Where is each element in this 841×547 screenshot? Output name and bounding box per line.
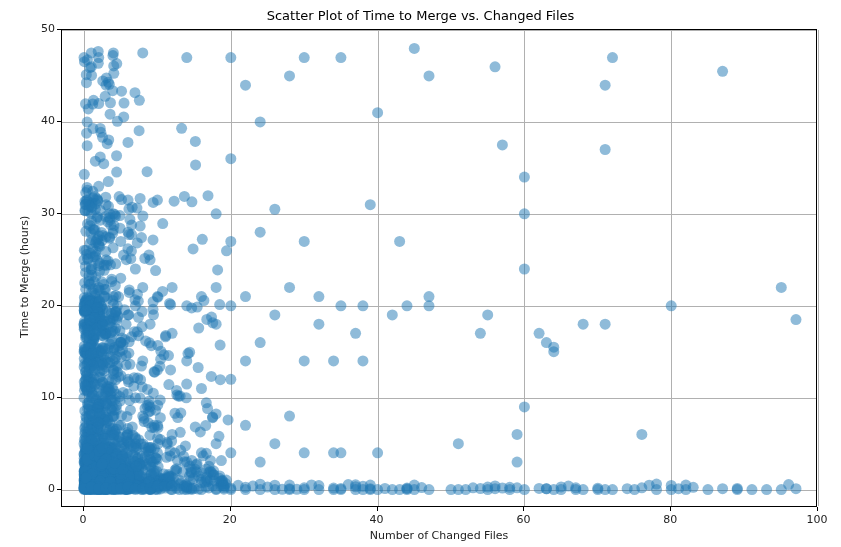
svg-point-2248 [189, 483, 200, 494]
svg-point-1817 [134, 95, 145, 106]
svg-point-1399 [152, 340, 163, 351]
svg-point-168 [401, 300, 412, 311]
svg-point-145 [328, 355, 339, 366]
svg-point-125 [255, 116, 266, 127]
svg-point-865 [150, 265, 161, 276]
x-tick-label: 20 [215, 513, 245, 526]
svg-point-141 [313, 319, 324, 330]
svg-point-2120 [82, 443, 93, 454]
svg-point-2232 [109, 458, 120, 469]
svg-point-997 [137, 306, 148, 317]
y-tick-label: 30 [25, 206, 55, 219]
svg-point-1914 [223, 414, 234, 425]
svg-point-160 [372, 447, 383, 458]
svg-point-137 [299, 355, 310, 366]
svg-point-1663 [213, 431, 224, 442]
svg-point-123 [255, 337, 266, 348]
svg-point-410 [93, 46, 104, 57]
svg-point-189 [512, 457, 523, 468]
svg-point-2191 [104, 384, 115, 395]
svg-point-2161 [90, 237, 101, 248]
svg-point-2024 [201, 397, 212, 408]
svg-point-876 [175, 427, 186, 438]
x-tick [377, 507, 378, 511]
svg-point-1619 [144, 430, 155, 441]
svg-point-142 [313, 291, 324, 302]
svg-point-132 [284, 411, 295, 422]
svg-point-1476 [216, 455, 227, 466]
svg-point-147 [335, 447, 346, 458]
chart-title: Scatter Plot of Time to Merge vs. Change… [0, 8, 841, 23]
svg-point-371 [135, 193, 146, 204]
svg-point-124 [255, 227, 266, 238]
svg-point-178 [453, 438, 464, 449]
svg-point-185 [490, 61, 501, 72]
svg-point-163 [387, 309, 398, 320]
svg-point-128 [269, 309, 280, 320]
svg-point-1530 [82, 140, 93, 151]
svg-point-192 [519, 401, 530, 412]
x-tick-label: 60 [508, 513, 538, 526]
svg-point-2203 [110, 428, 121, 439]
svg-point-1467 [165, 299, 176, 310]
svg-point-220 [666, 300, 677, 311]
y-tick [57, 489, 61, 490]
svg-point-2082 [87, 123, 98, 134]
svg-point-2107 [152, 400, 163, 411]
svg-point-210 [600, 144, 611, 155]
svg-point-1017 [212, 264, 223, 275]
svg-point-1961 [165, 364, 176, 375]
svg-point-2222 [89, 329, 100, 340]
svg-point-122 [255, 457, 266, 468]
svg-point-1555 [186, 196, 197, 207]
svg-point-622 [190, 136, 201, 147]
svg-point-110 [225, 447, 236, 458]
svg-point-212 [607, 484, 618, 495]
plot-area [61, 29, 817, 507]
svg-point-111 [225, 374, 236, 385]
svg-point-211 [600, 80, 611, 91]
svg-point-230 [776, 282, 787, 293]
svg-point-108 [211, 208, 222, 219]
svg-point-688 [206, 371, 217, 382]
svg-point-174 [423, 291, 434, 302]
svg-point-1957 [143, 249, 154, 260]
svg-point-127 [269, 438, 280, 449]
svg-point-186 [497, 139, 508, 150]
svg-point-1999 [118, 250, 129, 261]
svg-point-194 [519, 208, 530, 219]
x-tick-label: 100 [802, 513, 832, 526]
svg-point-470 [221, 245, 232, 256]
svg-point-2219 [117, 344, 128, 355]
svg-point-138 [299, 236, 310, 247]
svg-point-2179 [176, 123, 187, 134]
svg-point-133 [284, 282, 295, 293]
svg-point-190 [512, 429, 523, 440]
svg-point-2272 [401, 483, 412, 494]
svg-point-1920 [142, 166, 153, 177]
svg-point-2283 [592, 483, 603, 494]
svg-point-2217 [80, 226, 91, 237]
svg-point-2189 [198, 450, 209, 461]
svg-point-673 [148, 197, 159, 208]
x-axis-label: Number of Changed Files [61, 529, 817, 542]
svg-point-2225 [149, 466, 160, 477]
svg-point-102 [196, 383, 207, 394]
svg-point-114 [225, 153, 236, 164]
svg-point-1455 [82, 54, 93, 65]
svg-point-2288 [688, 482, 699, 493]
svg-point-2015 [132, 289, 143, 300]
svg-point-575 [134, 125, 145, 136]
svg-point-225 [717, 66, 728, 77]
svg-point-1886 [107, 50, 118, 61]
svg-point-983 [103, 176, 114, 187]
svg-point-115 [225, 52, 236, 63]
svg-point-1897 [95, 215, 106, 226]
svg-point-2206 [97, 443, 108, 454]
svg-point-1974 [79, 169, 90, 180]
svg-point-196 [534, 328, 545, 339]
svg-point-848 [169, 196, 180, 207]
svg-point-1570 [114, 210, 125, 221]
y-tick [57, 397, 61, 398]
svg-point-139 [299, 52, 310, 63]
